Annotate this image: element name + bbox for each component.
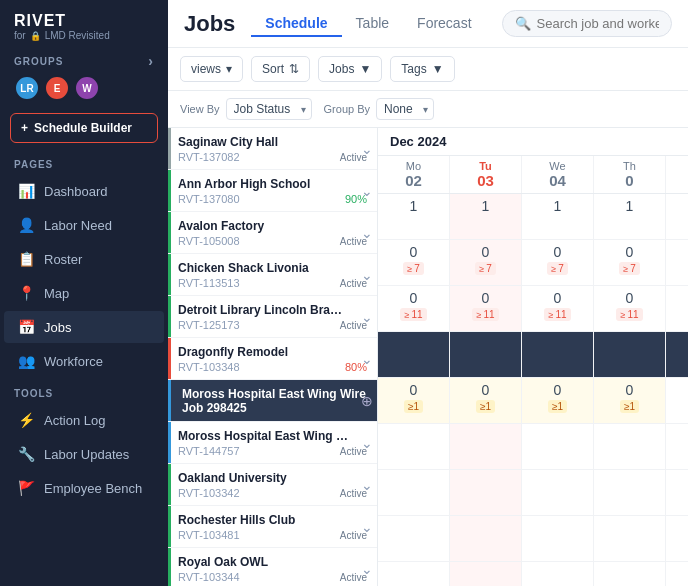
lock-icon: 🔒 (30, 31, 41, 41)
sidebar-item-dashboard[interactable]: 📊 Dashboard (4, 175, 164, 207)
job-id: RVT-103344 (178, 571, 240, 583)
content-area: Saginaw City Hall RVT-137082 Active ⌄ An… (168, 128, 688, 586)
tab-table[interactable]: Table (342, 11, 403, 37)
calendar-days-header: Mo 02 Tu 03 We 04 Th 0 (378, 156, 688, 194)
cal-cell (378, 332, 450, 377)
list-item[interactable]: Detroit Library Lincoln Branch RVT-12517… (168, 296, 377, 338)
job-name: Detroit Library Lincoln Branch (178, 303, 348, 317)
tab-forecast[interactable]: Forecast (403, 11, 485, 37)
cal-row (378, 562, 688, 586)
pages-section-label: PAGES (0, 153, 168, 174)
list-item[interactable]: Saginaw City Hall RVT-137082 Active ⌄ (168, 128, 377, 170)
expand-icon[interactable]: ⌄ (361, 225, 373, 241)
cal-cell-today: 1 (450, 194, 522, 239)
job-name: Chicken Shack Livonia (178, 261, 348, 275)
job-meta: RVT-113513 Active (178, 277, 367, 289)
job-meta: RVT-125173 Active (178, 319, 367, 331)
list-item[interactable]: Chicken Shack Livonia RVT-113513 Active … (168, 254, 377, 296)
main-content: Jobs Schedule Table Forecast 🔍 views ▾ S… (168, 0, 688, 586)
list-item[interactable]: Dragonfly Remodel RVT-103348 80% ⌄ (168, 338, 377, 380)
expand-icon[interactable]: ⌄ (361, 183, 373, 199)
cal-cell (450, 332, 522, 377)
job-list: Saginaw City Hall RVT-137082 Active ⌄ An… (168, 128, 378, 586)
expand-icon[interactable]: ⌄ (361, 141, 373, 157)
sidebar-item-labor-need[interactable]: 👤 Labor Need (4, 209, 164, 241)
day-number: 0 (596, 172, 663, 189)
sidebar-item-roster[interactable]: 📋 Roster (4, 243, 164, 275)
list-item[interactable]: Royal Oak OWL RVT-103344 Active ⌄ (168, 548, 377, 586)
group-by-select[interactable]: None (376, 98, 434, 120)
cal-row (378, 516, 688, 562)
expand-icon[interactable]: ⊕ (361, 393, 373, 409)
avatar-e[interactable]: E (44, 75, 70, 101)
cal-cell: 0 ≥7 (594, 240, 666, 285)
expand-icon[interactable]: ⌄ (361, 309, 373, 325)
list-item[interactable]: Moross Hospital East Wing Wir... RVT-144… (168, 422, 377, 464)
day-col-tu: Tu 03 (450, 156, 522, 193)
day-label: Mo (380, 160, 447, 172)
search-bar[interactable]: 🔍 (502, 10, 672, 37)
sidebar-item-label: Action Log (44, 413, 105, 428)
tools-section-label: TOOLS (0, 378, 168, 403)
job-bar (168, 338, 171, 379)
expand-icon[interactable]: ⌄ (361, 519, 373, 535)
tab-schedule[interactable]: Schedule (251, 11, 341, 37)
tags-button[interactable]: Tags ▼ (390, 56, 454, 82)
cal-cell: 0 ≥1 (594, 378, 666, 423)
group-by-label: Group By (324, 103, 370, 115)
sidebar-item-label: Labor Updates (44, 447, 129, 462)
cal-row: 1 1 1 1 (378, 194, 688, 240)
avatar-w[interactable]: W (74, 75, 100, 101)
cal-cell: 1 (522, 194, 594, 239)
expand-icon[interactable]: ⌄ (361, 561, 373, 577)
cal-cell (522, 332, 594, 377)
job-id: RVT-144757 (178, 445, 240, 457)
expand-icon[interactable]: ⌄ (361, 267, 373, 283)
day-number: 02 (380, 172, 447, 189)
sort-button[interactable]: Sort ⇅ (251, 56, 310, 82)
sidebar-item-action-log[interactable]: ⚡ Action Log (4, 404, 164, 436)
cal-cell (522, 424, 594, 469)
expand-icon[interactable]: ⌄ (361, 477, 373, 493)
sidebar-item-employee-bench[interactable]: 🚩 Employee Bench (4, 472, 164, 504)
cal-cell (378, 562, 450, 586)
cal-cell (522, 516, 594, 561)
sidebar-item-label: Labor Need (44, 218, 112, 233)
search-icon: 🔍 (515, 16, 531, 31)
cal-cell (594, 562, 666, 586)
toolbar: views ▾ Sort ⇅ Jobs ▼ Tags ▼ (168, 48, 688, 91)
search-input[interactable] (537, 16, 659, 31)
job-bar (168, 128, 171, 169)
sidebar-item-labor-updates[interactable]: 🔧 Labor Updates (4, 438, 164, 470)
list-item[interactable]: Ann Arbor High School RVT-137080 90% ⌄ (168, 170, 377, 212)
views-button[interactable]: views ▾ (180, 56, 243, 82)
list-item[interactable]: Oakland University RVT-103342 Active ⌄ (168, 464, 377, 506)
app-logo: RIVET (14, 12, 154, 30)
expand-icon[interactable]: ⌄ (361, 435, 373, 451)
cal-cell: 0 ≥1 (522, 378, 594, 423)
job-meta: RVT-103481 Active (178, 529, 367, 541)
jobs-filter-button[interactable]: Jobs ▼ (318, 56, 382, 82)
sidebar-item-label: Dashboard (44, 184, 108, 199)
list-item[interactable]: Rochester Hills Club RVT-103481 Active ⌄ (168, 506, 377, 548)
job-bar (168, 380, 171, 421)
list-item-selected[interactable]: Moross Hospital East Wing Wire Job 29842… (168, 380, 377, 422)
avatar-lr[interactable]: LR (14, 75, 40, 101)
cal-cell: 0 ≥11 (522, 286, 594, 331)
job-bar (168, 422, 171, 463)
sidebar-item-jobs[interactable]: 📅 Jobs (4, 311, 164, 343)
sidebar-item-label: Roster (44, 252, 82, 267)
groups-expand-icon[interactable]: › (148, 53, 154, 69)
view-by-select[interactable]: Job Status (226, 98, 312, 120)
groups-section: GROUPS › LR E W (0, 45, 168, 107)
filter-icon: ▼ (359, 62, 371, 76)
sidebar-item-label: Jobs (44, 320, 71, 335)
sidebar-item-map[interactable]: 📍 Map (4, 277, 164, 309)
list-item[interactable]: Avalon Factory RVT-105008 Active ⌄ (168, 212, 377, 254)
logo-subtitle: for 🔒 LMD Revisited (14, 30, 154, 41)
cal-cell: 0 ≥11 (378, 286, 450, 331)
page-title: Jobs (184, 11, 235, 37)
sidebar-item-workforce[interactable]: 👥 Workforce (4, 345, 164, 377)
schedule-builder-button[interactable]: + Schedule Builder (10, 113, 158, 143)
expand-icon[interactable]: ⌄ (361, 351, 373, 367)
